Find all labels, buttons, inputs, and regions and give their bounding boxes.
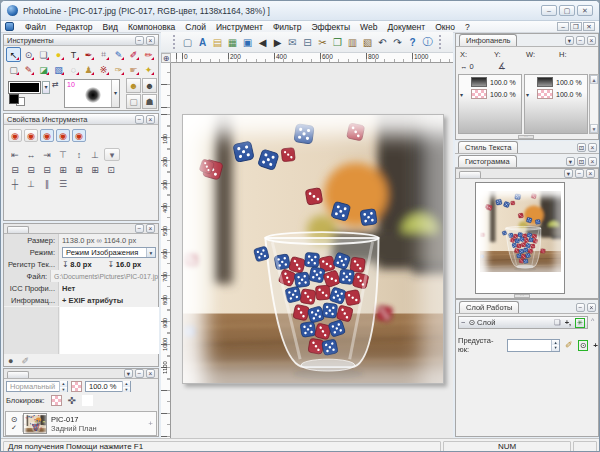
- spacing-icon[interactable]: ┼: [8, 179, 22, 189]
- color-circle-icon[interactable]: ●: [8, 356, 13, 366]
- menu-item-window[interactable]: Окно: [430, 21, 460, 33]
- gear-icon[interactable]: ✳: [575, 318, 585, 328]
- info-icon[interactable]: ⓘ: [420, 35, 435, 50]
- menu-item-web[interactable]: Web: [355, 21, 382, 33]
- tool-stamp[interactable]: ♟: [81, 62, 96, 77]
- panel-close-button[interactable]: ×: [588, 143, 597, 152]
- register-x-value[interactable]: 8.0 px: [70, 260, 91, 269]
- tool-spray[interactable]: ※: [96, 62, 111, 77]
- open-icon[interactable]: ▤: [210, 35, 225, 50]
- panel-close-button[interactable]: ×: [587, 303, 596, 312]
- opacity-field[interactable]: 100.0 % ▴▾: [85, 381, 131, 392]
- panel-close-button[interactable]: ×: [588, 157, 597, 166]
- tool-smudge[interactable]: ✎: [111, 47, 126, 62]
- cut-icon[interactable]: ✂: [315, 35, 330, 50]
- tool-pen[interactable]: ✏: [141, 47, 156, 62]
- tool-lasso[interactable]: ◌: [66, 62, 81, 77]
- brush-preview[interactable]: 10 ▾: [64, 79, 120, 108]
- resize-grip[interactable]: ⋯: [518, 135, 534, 139]
- layer-visibility-eye-icon[interactable]: ⊙: [11, 415, 18, 424]
- lock-frame-icon[interactable]: [82, 395, 93, 406]
- panel-minimize-button[interactable]: −: [135, 369, 144, 378]
- gradient-swatch[interactable]: [537, 77, 553, 87]
- distribute-icon[interactable]: ⊞: [56, 165, 70, 175]
- menu-item-layer[interactable]: Слой: [180, 21, 211, 33]
- tool-gradient[interactable]: ▧: [51, 62, 66, 77]
- vertical-ruler[interactable]: 100 200 300 400 500 600 700 800 900 1000…: [161, 63, 171, 438]
- color-dropdown-button[interactable]: ▾: [42, 81, 50, 94]
- panel-close-button[interactable]: ×: [146, 36, 155, 45]
- tool-zoom[interactable]: ⊙: [21, 47, 36, 62]
- tab-work-layer[interactable]: Слой Работы: [459, 301, 519, 313]
- tool-layer[interactable]: ❏: [36, 47, 51, 62]
- target-button[interactable]: ◉: [72, 129, 86, 142]
- back-icon[interactable]: ◀: [255, 35, 270, 50]
- panel-minimize-button[interactable]: −: [135, 36, 144, 45]
- tool-vector-pen[interactable]: ✒: [81, 47, 96, 62]
- panel-restore-button[interactable]: ⊡: [577, 143, 586, 152]
- align-options-dropdown[interactable]: ▾: [104, 148, 120, 161]
- distribute-icon[interactable]: ⊟: [40, 165, 54, 175]
- layer-row[interactable]: ⊙ ✓ PIC-017 Задний План +: [5, 411, 157, 436]
- distribute-icon[interactable]: ⊟: [24, 165, 38, 175]
- work-layer-row[interactable]: − ⊙ Слой ❏ +, ✳: [458, 316, 588, 329]
- menu-item-effects[interactable]: Эффекты: [306, 21, 355, 33]
- panel-minimize-button[interactable]: −: [575, 169, 584, 178]
- image-mode-dropdown[interactable]: Режим Изображения ▾: [62, 247, 156, 258]
- new-text-icon[interactable]: A: [195, 35, 210, 50]
- panel-close-button[interactable]: ×: [146, 369, 155, 378]
- panel-minimize-button[interactable]: −: [135, 115, 144, 124]
- context-help-icon[interactable]: ?: [405, 35, 420, 50]
- toolbar-grip[interactable]: [173, 35, 176, 49]
- close-button[interactable]: ✕: [577, 5, 593, 16]
- panel-minimize-button[interactable]: −: [576, 36, 585, 45]
- mdi-restore-button[interactable]: ❐: [570, 22, 582, 31]
- eye-icon[interactable]: ⊙: [578, 340, 589, 351]
- title-bar[interactable]: PhotoLine - [PIC-017.jpg (PIC-017, RGB-ц…: [1, 1, 599, 21]
- distribute-icon[interactable]: ⊞: [88, 165, 102, 175]
- chain-link-icon[interactable]: ∞: [96, 236, 101, 245]
- align-middle-icon[interactable]: ↕: [72, 150, 86, 160]
- menu-item-help[interactable]: ?: [460, 21, 475, 33]
- collapse-caret-icon[interactable]: ^: [591, 317, 594, 324]
- menu-item-file[interactable]: Файл: [20, 21, 51, 33]
- page-icon[interactable]: ❏: [554, 318, 561, 327]
- scroll-up-icon[interactable]: ▲: [590, 75, 598, 84]
- panel-menu-button[interactable]: ▾: [566, 157, 575, 166]
- panel-restore-button[interactable]: ⊡: [577, 157, 586, 166]
- eye-icon[interactable]: ⊙: [468, 318, 475, 327]
- chevron-down-icon[interactable]: ▾: [460, 91, 463, 98]
- navigator-frame[interactable]: [475, 182, 565, 294]
- export-icon[interactable]: ✉: [285, 35, 300, 50]
- target-button[interactable]: ◉: [24, 129, 38, 142]
- copy-icon[interactable]: ❐: [330, 35, 345, 50]
- chevron-down-icon[interactable]: ▾: [526, 91, 529, 98]
- layer-opacity-group[interactable]: 100.0 % 100.0 % ▾: [458, 74, 522, 134]
- maximize-button[interactable]: ▢: [559, 5, 575, 16]
- target-button[interactable]: ◉: [8, 129, 22, 142]
- resize-grip[interactable]: ⋯: [514, 294, 530, 298]
- tool-shape[interactable]: ●: [51, 47, 66, 62]
- save-icon[interactable]: ▣: [240, 35, 255, 50]
- brush-dropdown-button[interactable]: ▾: [111, 80, 119, 107]
- panel-close-button[interactable]: ×: [146, 224, 155, 233]
- secondary-color-swatch[interactable]: [9, 94, 19, 104]
- stencil-icon[interactable]: ☗: [142, 94, 157, 109]
- forward-icon[interactable]: ▶: [270, 35, 285, 50]
- brush-icon[interactable]: ✐: [565, 340, 573, 350]
- swap-colors-icon[interactable]: ⇄: [52, 80, 59, 89]
- menu-item-edit[interactable]: Редактор: [51, 21, 98, 33]
- gradient-swatch[interactable]: [471, 77, 487, 87]
- mask-dark-icon[interactable]: ☻: [142, 78, 157, 93]
- brush-small-icon[interactable]: ✐: [21, 356, 29, 366]
- paste-icon[interactable]: ▥: [345, 35, 360, 50]
- panel-menu-button[interactable]: ▾: [565, 36, 574, 45]
- minimize-button[interactable]: ‒: [541, 5, 557, 16]
- tab-text-style[interactable]: Стиль Текста: [458, 141, 518, 153]
- presets-dropdown[interactable]: ▴▾: [507, 339, 560, 352]
- align-bottom-icon[interactable]: ⊥: [88, 150, 102, 160]
- print-icon[interactable]: ⊟: [300, 35, 315, 50]
- spacing-icon[interactable]: ☰: [56, 179, 70, 189]
- panel-grip[interactable]: [7, 226, 29, 233]
- register-y-value[interactable]: 16.0 px: [116, 260, 141, 269]
